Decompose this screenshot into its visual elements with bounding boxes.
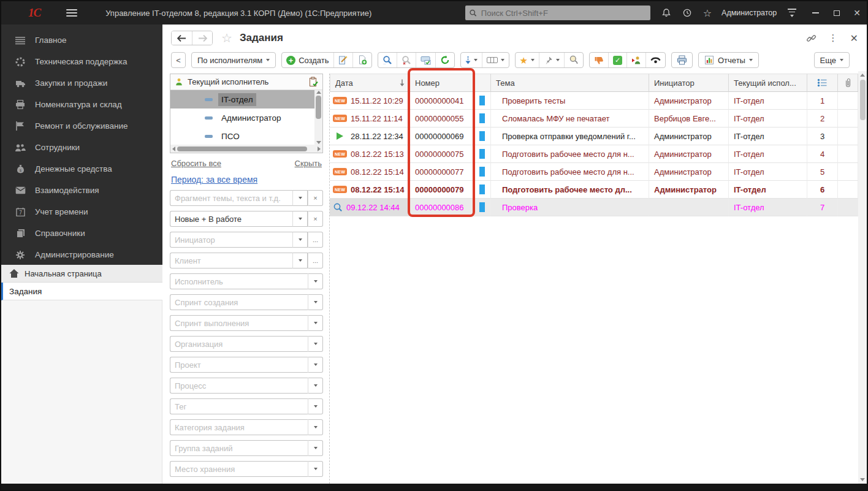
notifications-bell-icon[interactable] [661,8,671,18]
tree-item-pso[interactable]: ПСО [170,127,314,145]
close-window-button[interactable]: ✕ [853,9,861,17]
dropdown-button[interactable] [308,357,323,373]
history-icon[interactable] [682,8,692,18]
task-row-selected[interactable]: 09.12.22 14:44 00000000086 Проверка IT-о… [330,199,858,216]
global-search[interactable] [465,6,650,20]
task-row[interactable]: NEW15.11.22 10:29 00000000041 Проверить … [330,92,858,110]
initiator-input[interactable] [170,232,292,248]
project-input[interactable] [170,357,308,373]
dropdown-button[interactable] [308,398,323,414]
minimize-button[interactable] [812,12,819,13]
dropdown-button[interactable] [308,419,323,435]
view-mode-button[interactable] [482,53,509,67]
choose-button[interactable]: ... [308,253,323,268]
fragment-input[interactable] [170,190,292,206]
task-row[interactable]: NEW08.12.22 15:14 00000000077 Подготовит… [330,163,858,181]
sidebar-item-main[interactable]: Главное [1,29,162,51]
column-header-executor[interactable]: Текущий испол... [729,74,807,92]
column-header-date[interactable]: Дата [330,74,410,92]
reset-all-filters-link[interactable]: Сбросить все [171,159,221,168]
hide-filters-link[interactable]: Скрыть [295,159,322,168]
scroll-right-icon[interactable] [318,147,321,151]
dropdown-button[interactable] [308,315,323,331]
dropdown-button[interactable] [308,273,323,289]
scroll-left-icon[interactable] [172,147,175,151]
complete-task-button[interactable]: ✓ [608,53,626,67]
tree-item-it-otdel[interactable]: IT-отдел [170,90,314,108]
favorites-star-icon[interactable]: ☆ [703,7,712,19]
sidebar-item-time-tracking[interactable]: 7 Учет времени [1,201,162,223]
client-input[interactable] [170,253,292,268]
organization-input[interactable] [170,336,308,352]
print-button[interactable] [671,52,693,68]
clear-button[interactable]: × [308,211,323,227]
nav-back-button[interactable] [172,31,192,45]
storage-place-input[interactable] [170,461,308,477]
period-link[interactable]: Период: за все время [171,175,257,185]
global-search-input[interactable] [480,8,647,18]
nav-forward-button[interactable] [192,31,212,45]
dropdown-button[interactable] [292,253,308,268]
task-row[interactable]: 28.11.22 12:34 00000000069 Проверка отпр… [330,128,858,145]
column-header-theme[interactable]: Тема [491,74,649,92]
dropdown-button[interactable] [308,294,323,310]
maximize-button[interactable] [834,10,840,16]
scroll-up-icon[interactable] [316,91,321,94]
executor-input[interactable] [170,273,308,289]
scroll-down-icon[interactable] [316,141,321,144]
task-category-input[interactable] [170,419,308,435]
change-executor-button[interactable] [626,53,645,67]
preview-button[interactable] [564,53,583,67]
process-input[interactable] [170,378,308,394]
scroll-thumb[interactable] [177,147,307,151]
dropdown-button[interactable] [292,190,308,206]
cancel-search-button[interactable] [397,53,416,67]
observe-button[interactable] [645,53,665,67]
task-row[interactable]: NEW08.12.22 15:13 00000000075 Подготовит… [330,145,858,163]
scroll-thumb[interactable] [860,80,866,120]
service-menu-icon[interactable] [788,9,796,17]
complaint-button[interactable] [590,53,608,67]
find-button[interactable]: ... [378,53,397,67]
sidebar-item-tech-support[interactable]: Техническая поддержка [1,51,162,72]
importance-button[interactable]: ★ [516,53,539,67]
more-actions-button[interactable]: Еще [814,52,850,68]
sort-button[interactable] [461,53,482,67]
scroll-down-icon[interactable] [860,478,865,481]
sidebar-item-interactions[interactable]: Взаимодействия [1,180,162,201]
more-menu-icon[interactable]: ⋮ [829,32,838,44]
column-header-attachments[interactable] [838,74,858,92]
collapse-filter-panel-button[interactable]: < [171,52,186,68]
column-header-initiator[interactable]: Инициатор [649,74,729,92]
sidebar-item-repair-service[interactable]: Ремонт и обслуживание [1,115,162,137]
column-header-order[interactable] [807,74,838,92]
list-vertical-scrollbar[interactable] [858,71,867,484]
tree-item-administrator[interactable]: Администратор [170,108,314,127]
sidebar-item-purchases-sales[interactable]: Закупки и продажи [1,72,162,94]
scroll-thumb[interactable] [316,96,321,119]
dropdown-button[interactable] [308,336,323,352]
favorite-star-icon[interactable]: ☆ [221,31,232,45]
dropdown-button[interactable] [292,232,308,248]
sidebar-item-money[interactable]: s Денежные средства [1,158,162,180]
get-link-icon[interactable] [806,33,817,44]
group-by-button[interactable]: По исполнителям [191,52,276,68]
choose-button[interactable]: ... [308,232,323,248]
sidebar-item-catalogs[interactable]: Справочники [1,223,162,244]
create-button[interactable]: + Создать [282,53,333,67]
sidebar-item-employees[interactable]: Сотрудники [1,137,162,158]
refresh-button[interactable] [435,53,454,67]
sprint-created-input[interactable] [170,294,308,310]
close-form-icon[interactable]: ✕ [850,32,858,44]
main-menu-icon[interactable] [66,9,77,17]
pin-button[interactable] [539,53,564,67]
dropdown-button[interactable] [308,461,323,477]
column-header-number[interactable]: Номер [410,74,474,92]
task-row[interactable]: NEW08.12.22 15:14 00000000079 Подготовит… [330,181,858,199]
sprint-execution-input[interactable] [170,315,308,331]
sidebar-item-administration[interactable]: Администрирование [1,244,162,265]
tree-horizontal-scrollbar[interactable] [170,145,322,153]
clear-button[interactable]: × [308,190,323,206]
home-page-tab[interactable]: Начальная страница [1,265,162,283]
copy-create-button[interactable] [352,53,371,67]
